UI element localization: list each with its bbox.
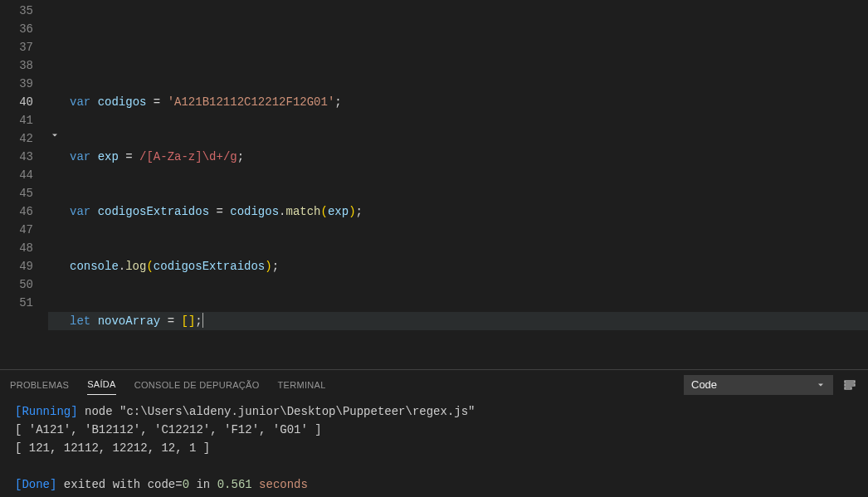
line-number: 37: [0, 38, 33, 56]
fold-chevron-icon[interactable]: [50, 130, 60, 140]
output-content[interactable]: [Running] node "c:\Users\aldeny.junior\D…: [0, 399, 868, 497]
line-number: 45: [0, 184, 33, 202]
line-number: 46: [0, 202, 33, 221]
line-number: 38: [0, 56, 33, 75]
line-number: 40: [0, 93, 33, 111]
output-done-label: [Done]: [15, 478, 56, 491]
line-number: 42: [0, 129, 33, 148]
output-channel-select[interactable]: Code: [684, 375, 833, 395]
code-line: console.log(codigosExtraidos);: [48, 257, 868, 275]
line-number: 41: [0, 111, 33, 129]
chevron-down-icon: [816, 380, 826, 390]
code-line: var codigosExtraidos = codigos.match(exp…: [48, 202, 868, 221]
code-editor[interactable]: 35 36 37 38 39 40 41 42 43 44 45 46 47 4…: [0, 0, 868, 369]
tab-terminal[interactable]: TERMINAL: [278, 375, 326, 395]
line-number: 49: [0, 257, 33, 275]
line-number: 50: [0, 275, 33, 294]
code-line: var codigos = 'A121B12112C12212F12G01';: [48, 93, 868, 111]
line-number: 43: [0, 148, 33, 166]
output-running-label: [Running]: [15, 405, 78, 418]
line-number: 39: [0, 75, 33, 93]
svg-rect-0: [845, 381, 855, 382]
output-line: [ 'A121', 'B12112', 'C12212', 'F12', 'G0…: [15, 423, 322, 436]
output-channel-label: Code: [691, 378, 717, 391]
tab-debug-console[interactable]: CONSOLE DE DEPURAÇÃO: [134, 375, 260, 395]
line-number: 47: [0, 221, 33, 239]
code-line: [48, 38, 868, 56]
code-line: let novoArray = [];: [48, 312, 868, 330]
tab-problems[interactable]: PROBLEMAS: [10, 375, 69, 395]
line-number: 44: [0, 166, 33, 184]
line-number: 51: [0, 294, 33, 312]
tab-output[interactable]: SAÍDA: [87, 374, 116, 395]
line-number: 48: [0, 239, 33, 257]
svg-rect-2: [845, 387, 851, 389]
line-number: 36: [0, 20, 33, 38]
line-number: 35: [0, 2, 33, 20]
bottom-panel: PROBLEMAS SAÍDA CONSOLE DE DEPURAÇÃO TER…: [0, 369, 868, 497]
output-line: [ 121, 12112, 12212, 12, 1 ]: [15, 441, 210, 455]
text-cursor: [202, 313, 203, 328]
panel-tab-bar: PROBLEMAS SAÍDA CONSOLE DE DEPURAÇÃO TER…: [0, 370, 868, 399]
code-line: [48, 367, 868, 369]
code-line: var exp = /[A-Za-z]\d+/g;: [48, 148, 868, 166]
clear-output-icon[interactable]: [841, 377, 858, 393]
line-number-gutter: 35 36 37 38 39 40 41 42 43 44 45 46 47 4…: [0, 0, 48, 369]
svg-rect-1: [845, 384, 855, 386]
code-content[interactable]: var codigos = 'A121B12112C12212F12G01'; …: [48, 0, 868, 369]
